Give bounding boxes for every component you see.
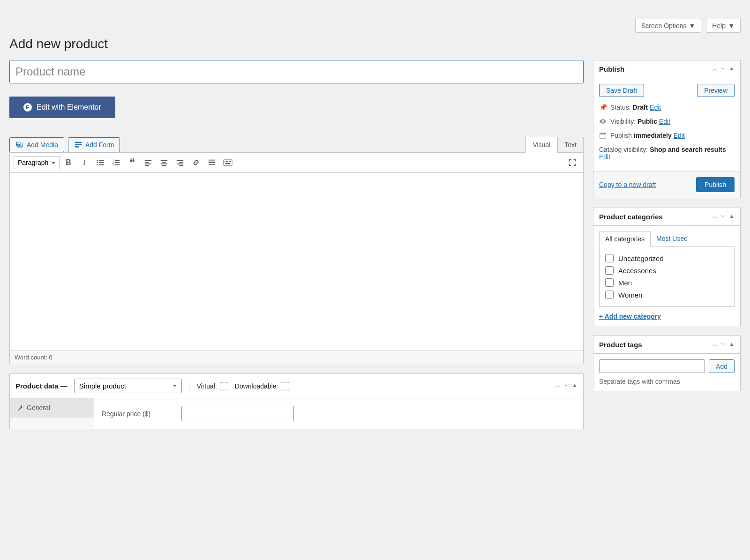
product-type-select[interactable]: Simple product bbox=[74, 379, 182, 393]
svg-rect-32 bbox=[225, 161, 225, 162]
chevron-down-icon[interactable]: ﹀ bbox=[720, 341, 726, 349]
tab-text[interactable]: Text bbox=[557, 137, 584, 153]
wrench-icon bbox=[16, 404, 23, 411]
category-checkbox[interactable] bbox=[605, 291, 614, 299]
align-center-icon bbox=[160, 158, 168, 167]
eye-icon bbox=[599, 118, 607, 125]
tab-all-categories[interactable]: All categories bbox=[599, 231, 651, 246]
svg-rect-23 bbox=[177, 160, 183, 161]
align-right-button[interactable] bbox=[173, 156, 187, 170]
category-item[interactable]: Women bbox=[605, 289, 728, 301]
product-data-tab-general[interactable]: General bbox=[10, 398, 94, 418]
tab-visual[interactable]: Visual bbox=[525, 137, 557, 153]
svg-rect-1 bbox=[75, 144, 82, 145]
chevron-down-icon[interactable]: ﹀ bbox=[720, 213, 726, 221]
italic-button[interactable]: I bbox=[77, 156, 91, 170]
collapse-icon[interactable]: ▲ bbox=[729, 213, 735, 221]
toolbar-toggle-button[interactable] bbox=[221, 156, 235, 170]
help-label: Help bbox=[712, 22, 726, 30]
preview-button[interactable]: Preview bbox=[697, 84, 735, 97]
product-name-input[interactable] bbox=[9, 60, 584, 83]
svg-rect-21 bbox=[161, 164, 167, 164]
tag-help-text: Separate tags with commas bbox=[599, 378, 735, 385]
fullscreen-button[interactable] bbox=[565, 156, 579, 170]
chevron-up-icon[interactable]: ︿ bbox=[555, 382, 561, 390]
chevron-up-icon[interactable]: ︿ bbox=[712, 213, 718, 221]
tags-title: Product tags bbox=[599, 341, 642, 349]
tab-most-used[interactable]: Most Used bbox=[651, 231, 693, 246]
svg-rect-0 bbox=[75, 142, 82, 143]
svg-rect-34 bbox=[227, 161, 228, 162]
blockquote-button[interactable]: ❝ bbox=[125, 156, 139, 170]
svg-rect-8 bbox=[99, 164, 104, 165]
media-icon bbox=[15, 141, 24, 149]
category-checkbox[interactable] bbox=[605, 278, 614, 287]
add-form-label: Add Form bbox=[85, 141, 114, 149]
edit-catalog-link[interactable]: Edit bbox=[599, 153, 610, 161]
help-button[interactable]: Help ▼ bbox=[706, 19, 741, 33]
svg-rect-2 bbox=[75, 146, 79, 148]
align-right-icon bbox=[176, 158, 184, 167]
calendar-icon bbox=[599, 132, 607, 139]
chevron-up-icon[interactable]: ︿ bbox=[712, 65, 718, 73]
chevron-down-icon[interactable]: ﹀ bbox=[720, 65, 726, 73]
category-item[interactable]: Men bbox=[605, 276, 728, 289]
edit-with-elementor-button[interactable]: E Edit with Elementor bbox=[9, 97, 115, 118]
chevron-up-icon[interactable]: ︿ bbox=[712, 341, 718, 349]
product-data-title: Product data — bbox=[15, 382, 68, 390]
category-item[interactable]: Accessories bbox=[605, 264, 728, 276]
publish-button[interactable]: Publish bbox=[696, 177, 735, 192]
svg-rect-30 bbox=[209, 164, 215, 165]
add-media-button[interactable]: Add Media bbox=[9, 137, 64, 152]
bullet-list-button[interactable] bbox=[93, 156, 107, 170]
format-select[interactable]: Paragraph bbox=[14, 156, 60, 169]
regular-price-label: Regular price ($) bbox=[102, 410, 172, 418]
category-checkbox[interactable] bbox=[605, 254, 614, 262]
svg-rect-31 bbox=[224, 160, 232, 165]
category-item[interactable]: Uncategorized bbox=[605, 252, 728, 264]
svg-text:3: 3 bbox=[112, 163, 114, 166]
elementor-label: Edit with Elementor bbox=[37, 103, 101, 112]
svg-point-7 bbox=[97, 164, 98, 165]
collapse-icon[interactable]: ▲ bbox=[572, 382, 578, 390]
svg-rect-33 bbox=[226, 161, 227, 162]
screen-options-label: Screen Options bbox=[641, 22, 687, 30]
svg-rect-20 bbox=[162, 162, 166, 163]
numbered-list-button[interactable]: 123 bbox=[109, 156, 123, 170]
align-center-button[interactable] bbox=[157, 156, 171, 170]
tag-input[interactable] bbox=[599, 359, 705, 373]
copy-to-draft-link[interactable]: Copy to a new draft bbox=[599, 181, 656, 188]
add-media-label: Add Media bbox=[27, 141, 58, 149]
publish-title: Publish bbox=[599, 65, 624, 73]
svg-rect-4 bbox=[99, 160, 104, 161]
link-button[interactable] bbox=[189, 156, 203, 170]
save-draft-button[interactable]: Save Draft bbox=[599, 84, 644, 97]
edit-status-link[interactable]: Edit bbox=[650, 104, 661, 111]
svg-rect-40 bbox=[601, 133, 602, 134]
add-form-button[interactable]: Add Form bbox=[68, 137, 120, 152]
chevron-down-icon[interactable]: ﹀ bbox=[563, 382, 569, 390]
downloadable-checkbox[interactable]: Downloadable: bbox=[235, 382, 290, 390]
collapse-icon[interactable]: ▲ bbox=[729, 341, 735, 349]
read-more-button[interactable] bbox=[205, 156, 219, 170]
elementor-icon: E bbox=[23, 103, 32, 112]
screen-options-button[interactable]: Screen Options ▼ bbox=[635, 19, 701, 33]
category-label: Accessories bbox=[618, 267, 656, 275]
content-editor[interactable] bbox=[9, 173, 584, 351]
svg-rect-16 bbox=[145, 162, 149, 163]
edit-publish-date-link[interactable]: Edit bbox=[674, 132, 685, 139]
caret-down-icon: ▼ bbox=[689, 22, 695, 30]
svg-rect-12 bbox=[115, 162, 120, 163]
svg-rect-29 bbox=[209, 162, 215, 163]
regular-price-input[interactable] bbox=[181, 406, 294, 421]
bold-button[interactable]: B bbox=[61, 156, 75, 170]
align-left-button[interactable] bbox=[141, 156, 155, 170]
virtual-checkbox[interactable]: Virtual: bbox=[197, 382, 228, 390]
edit-visibility-link[interactable]: Edit bbox=[659, 118, 670, 125]
category-label: Uncategorized bbox=[618, 254, 664, 262]
collapse-icon[interactable]: ▲ bbox=[729, 65, 735, 73]
add-tag-button[interactable]: Add bbox=[709, 359, 735, 373]
svg-rect-15 bbox=[145, 160, 151, 161]
add-new-category-link[interactable]: + Add new category bbox=[599, 313, 735, 320]
category-checkbox[interactable] bbox=[605, 266, 614, 275]
